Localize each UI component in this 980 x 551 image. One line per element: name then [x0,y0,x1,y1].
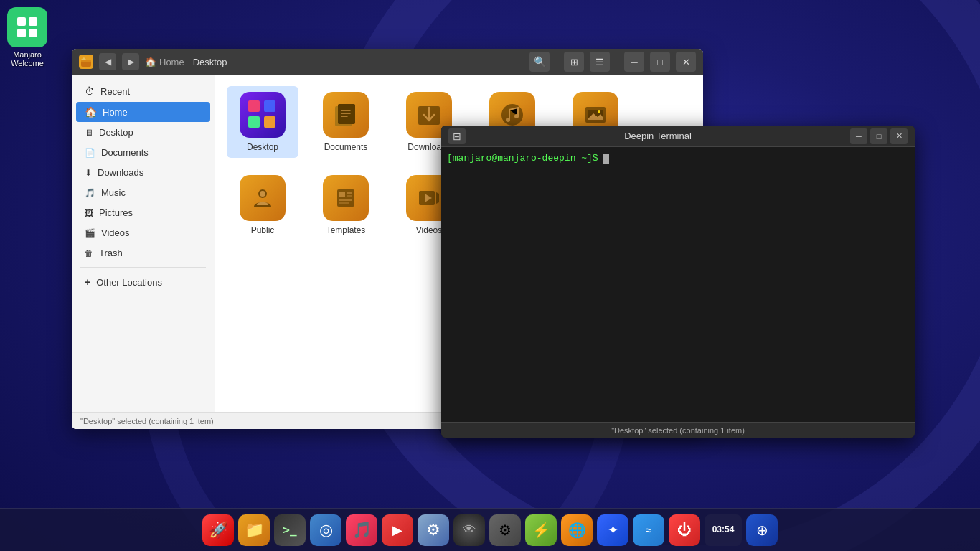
terminal-window-controls: ─ □ ✕ [850,128,908,144]
help-icon: ⊕ [756,522,768,539]
taskbar-icon-battery[interactable]: ⚡ [525,514,557,546]
sidebar-item-pictures-label: Pictures [99,207,133,218]
close-button[interactable]: ✕ [676,52,696,72]
svg-rect-25 [339,202,349,204]
pictures-icon: 🖼 [85,208,93,218]
sidebar-item-music-label: Music [101,187,126,198]
rocket-icon: 🚀 [209,521,228,540]
terminal-close-btn[interactable]: ✕ [890,128,908,144]
taskbar: 🚀 📁 >_ ◎ 🎵 ▶ ⚙ 👁 ⚙ ⚡ 🌐 ✦ ≈ [0,508,980,551]
terminal-body[interactable]: [manjaro@manjaro-deepin ~]$ [441,147,915,422]
manjaro-label: Manjaro Welcome [11,50,44,67]
terminal-statusbar: "Desktop" selected (containing 1 item) [441,422,915,438]
svg-rect-7 [248,116,260,128]
terminal-line-1: [manjaro@manjaro-deepin ~]$ [447,153,909,164]
public-folder-label: Public [251,225,275,235]
taskbar-icon-files[interactable]: 📁 [238,514,270,546]
battery-icon: ⚡ [532,522,550,539]
taskbar-icon-network[interactable]: ≈ [633,514,664,546]
terminal-maximize-btn[interactable]: □ [870,128,887,144]
settings-icon: ⚙ [499,522,512,539]
sidebar-item-music[interactable]: 🎵 Music [76,183,210,202]
search-button[interactable]: 🔍 [529,52,550,72]
other-icon: + [85,276,90,288]
sidebar-item-other-label: Other Locations [96,277,162,288]
svg-rect-24 [339,199,352,201]
documents-icon: 📄 [85,148,95,158]
folder-item-public[interactable]: Public [227,169,298,241]
unknown-icon: 👁 [463,522,476,537]
sidebar-item-downloads[interactable]: ⬇ Downloads [76,163,210,182]
taskbar-icon-power[interactable]: ⏻ [669,514,700,546]
menu-button[interactable]: ☰ [590,52,610,72]
svg-point-13 [506,118,510,122]
videos-icon: 🎬 [85,228,95,238]
terminal-titlebar: ⊟ Deepin Terminal ─ □ ✕ [441,126,915,147]
taskbar-icon-terminal[interactable]: >_ [274,514,306,546]
folder-item-documents[interactable]: Documents [310,86,382,158]
sidebar-item-videos[interactable]: 🎬 Videos [76,223,210,242]
recent-icon: ⏱ [85,85,95,97]
sidebar-item-pictures[interactable]: 🖼 Pictures [76,203,210,222]
folder-item-templates[interactable]: Templates [310,169,382,241]
files-icon: 📁 [245,521,264,540]
svg-rect-10 [338,104,355,124]
videos-folder-label: Videos [416,225,442,235]
minimize-button[interactable]: ─ [624,52,644,72]
taskbar-icon-browser[interactable]: ◎ [310,514,341,546]
sidebar-separator [80,267,206,268]
clock-time: 03:54 [712,524,735,534]
taskbar-icon-bluetooth[interactable]: ✦ [597,514,628,546]
sidebar-item-documents[interactable]: 📄 Documents [76,143,210,162]
taskbar-icon-cinnamon[interactable]: ⚙ [418,514,449,546]
downloads-icon: ⬇ [85,168,92,178]
svg-rect-5 [248,100,260,112]
svg-marker-27 [436,192,439,204]
back-button[interactable]: ◀ [99,53,116,70]
folder-item-desktop[interactable]: Desktop [227,86,298,158]
desktop-folder-label: Desktop [247,142,278,152]
sidebar-item-trash[interactable]: 🗑 Trash [76,243,210,263]
browser-icon: ◎ [319,521,333,540]
sidebar-item-home[interactable]: 🏠 Home [76,102,210,122]
terminal-title: Deepin Terminal [466,131,850,141]
taskbar-icon-music[interactable]: 🎵 [346,514,377,546]
sidebar-item-documents-label: Documents [101,147,149,158]
taskbar-clock[interactable]: 03:54 [705,514,742,546]
terminal-minimize-btn[interactable]: ─ [850,128,867,144]
maximize-button[interactable]: □ [650,52,670,72]
file-manager-titlebar: ◀ ▶ 🏠 Home Desktop 🔍 ⊞ ☰ ─ □ ✕ [72,49,703,75]
taskbar-icon-help[interactable]: ⊕ [746,514,778,546]
taskbar-icon-media[interactable]: ▶ [382,514,413,546]
media-icon: ▶ [392,522,402,538]
sidebar-item-videos-label: Videos [101,227,130,238]
documents-folder-label: Documents [324,142,368,152]
sidebar-item-desktop[interactable]: 🖥 Desktop [76,123,210,142]
taskbar-icon-settings[interactable]: ⚙ [489,514,521,546]
taskbar-icon-rocket[interactable]: 🚀 [202,514,234,546]
status-text: "Desktop" selected (containing 1 item) [80,417,214,425]
sidebar-item-other[interactable]: + Other Locations [76,272,210,292]
svg-point-14 [514,114,519,118]
terminal-minimize-button[interactable]: ⊟ [448,128,466,144]
svg-rect-3 [29,29,37,37]
file-manager-app-icon [79,55,93,69]
path-current-label: Desktop [193,57,227,67]
sidebar-item-recent-label: Recent [100,86,130,97]
manjaro-welcome-icon[interactable]: Manjaro Welcome [7,7,47,67]
svg-point-12 [501,104,523,126]
terminal-left-controls: ⊟ [448,128,466,144]
taskbar-icon-globe[interactable]: 🌐 [561,514,593,546]
sidebar-item-recent[interactable]: ⏱ Recent [76,81,210,101]
terminal-window: ⊟ Deepin Terminal ─ □ ✕ [manjaro@manjaro… [441,126,915,438]
globe-icon: 🌐 [568,522,586,539]
bluetooth-icon: ✦ [608,522,618,538]
forward-button[interactable]: ▶ [122,53,139,70]
grid-view-button[interactable]: ⊞ [564,52,584,72]
sidebar-item-downloads-label: Downloads [98,167,143,178]
taskbar-icon-unknown[interactable]: 👁 [453,514,485,546]
svg-point-17 [598,110,600,113]
file-manager-sidebar: ⏱ Recent 🏠 Home 🖥 Desktop 📄 Documents ⬇ … [72,75,215,412]
svg-rect-0 [17,17,26,26]
home-icon: 🏠 [85,106,97,118]
